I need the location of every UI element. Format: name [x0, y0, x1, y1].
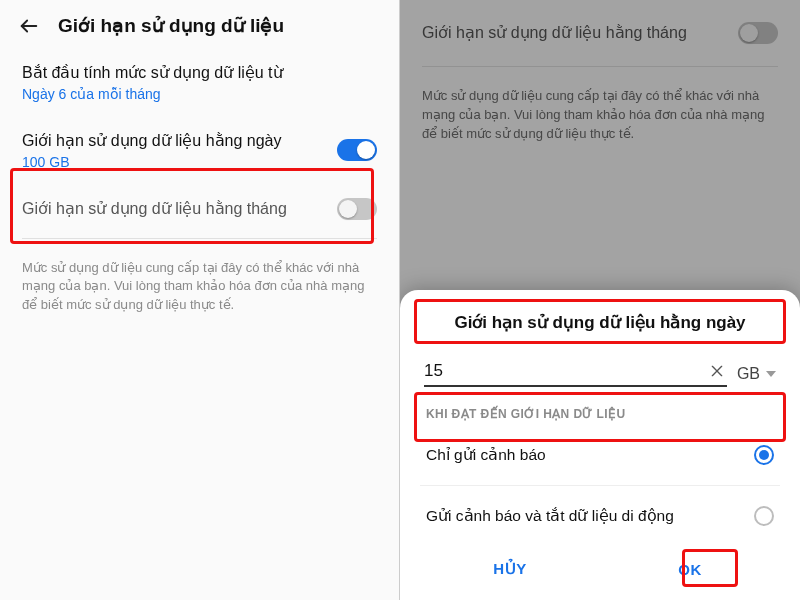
- divider: [22, 238, 377, 239]
- monthly-limit-title: Giới hạn sử dụng dữ liệu hằng tháng: [22, 198, 337, 220]
- page-title: Giới hạn sử dụng dữ liệu: [58, 14, 284, 37]
- start-usage-value: Ngày 6 của mỗi tháng: [22, 86, 377, 102]
- monthly-limit-toggle[interactable]: [337, 198, 377, 220]
- sheet-divider: [420, 485, 780, 486]
- when-reached-caption: KHI ĐẠT ĐẾN GIỚI HẠN DỮ LIỆU: [426, 407, 774, 421]
- start-usage-section[interactable]: Bắt đầu tính mức sử dụng dữ liệu từ Ngày…: [0, 49, 399, 116]
- chevron-down-icon: [766, 371, 776, 377]
- option-warn-and-disable[interactable]: Gửi cảnh báo và tắt dữ liệu di động: [420, 492, 780, 540]
- bottom-sheet: Giới hạn sử dụng dữ liệu hằng ngày GB KH…: [400, 290, 800, 600]
- back-icon[interactable]: [18, 15, 40, 37]
- radio-selected-icon: [754, 445, 774, 465]
- radio-unselected-icon: [754, 506, 774, 526]
- limit-value-input[interactable]: [424, 361, 707, 381]
- sheet-actions: HỦY OK: [420, 548, 780, 590]
- option-warn-only[interactable]: Chỉ gửi cảnh báo: [420, 431, 780, 479]
- daily-limit-title: Giới hạn sử dụng dữ liệu hằng ngày: [22, 130, 337, 152]
- daily-limit-value: 100 GB: [22, 154, 337, 170]
- monthly-limit-row[interactable]: Giới hạn sử dụng dữ liệu hằng tháng: [0, 184, 399, 234]
- cancel-button[interactable]: HỦY: [420, 548, 600, 590]
- limit-input-row: GB: [420, 361, 780, 387]
- settings-screen-right: Giới hạn sử dụng dữ liệu hằng tháng Mức …: [400, 0, 800, 600]
- option-warn-only-label: Chỉ gửi cảnh báo: [426, 446, 754, 464]
- ok-button[interactable]: OK: [600, 548, 780, 590]
- disclaimer-text: Mức sử dụng dữ liệu cung cấp tại đây có …: [0, 243, 399, 332]
- limit-input-wrap[interactable]: [424, 361, 727, 387]
- sheet-title: Giới hạn sử dụng dữ liệu hằng ngày: [420, 312, 780, 333]
- daily-limit-toggle[interactable]: [337, 139, 377, 161]
- unit-label: GB: [737, 365, 760, 383]
- daily-limit-row[interactable]: Giới hạn sử dụng dữ liệu hằng ngày 100 G…: [0, 116, 399, 184]
- option-warn-and-disable-label: Gửi cảnh báo và tắt dữ liệu di động: [426, 507, 754, 525]
- clear-input-icon[interactable]: [707, 361, 727, 381]
- unit-selector[interactable]: GB: [737, 365, 776, 383]
- header: Giới hạn sử dụng dữ liệu: [0, 0, 399, 49]
- start-usage-label: Bắt đầu tính mức sử dụng dữ liệu từ: [22, 63, 377, 82]
- settings-screen-left: Giới hạn sử dụng dữ liệu Bắt đầu tính mứ…: [0, 0, 400, 600]
